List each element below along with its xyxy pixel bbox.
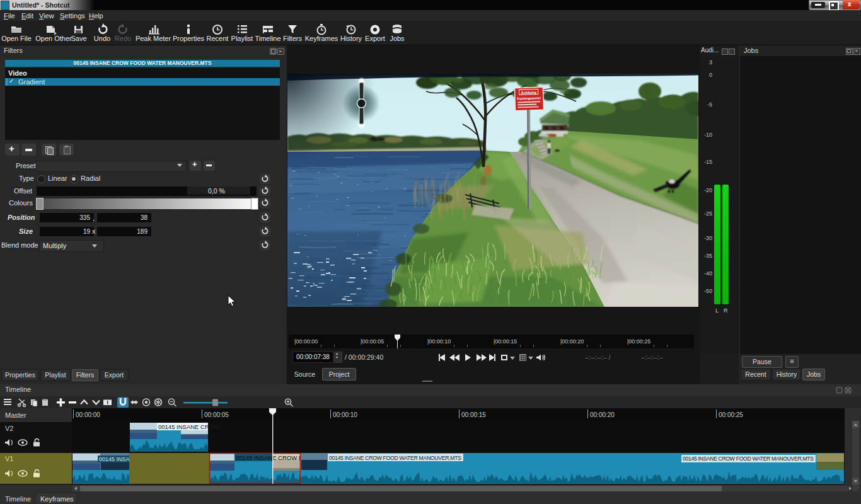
svg-text:V1: V1 [5,455,13,462]
svg-text:00:00:20: 00:00:20 [590,411,615,418]
svg-text:00:00:05: 00:00:05 [204,411,229,418]
svg-text:Keyframes: Keyframes [40,495,74,503]
svg-text:Timeline: Timeline [5,495,31,503]
svg-text:00145 INSANE CROW: 00145 INSANE CROW [158,423,219,430]
svg-text:Achtung: Achtung [521,91,536,95]
svg-text:00:00:15: 00:00:15 [461,411,486,418]
svg-text:00:00:10: 00:00:10 [333,411,357,418]
svg-text:00145 INSANE CROW FOOD WATER M: 00145 INSANE CROW FOOD WATER MANOUVER.MT… [329,455,461,461]
svg-text:00:00:00: 00:00:00 [76,411,100,418]
svg-text:Master: Master [5,411,26,419]
svg-text:V2: V2 [5,425,13,432]
svg-text:00:00:25: 00:00:25 [719,411,743,418]
svg-text:Timeline: Timeline [5,386,31,393]
svg-text:00145 INSA: 00145 INSA [99,456,130,462]
svg-text:00145 INSANE CROW FOOD WATER M: 00145 INSANE CROW FOOD WATER MANOUVER.MT… [683,455,814,462]
